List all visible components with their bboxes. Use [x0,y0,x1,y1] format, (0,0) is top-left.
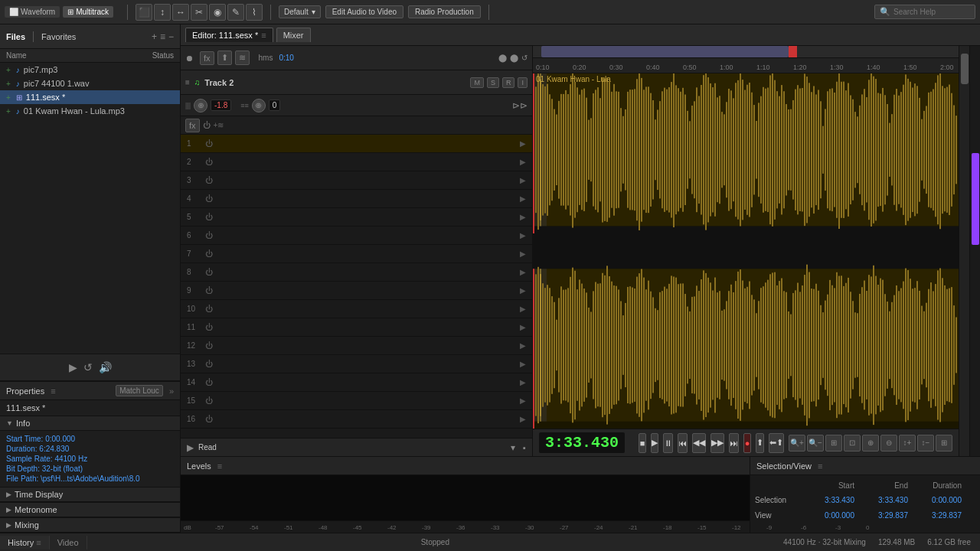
slot-power-icon[interactable]: ⏻ [205,323,213,331]
slot-power-icon[interactable]: ⏻ [205,378,213,386]
volume-icon[interactable]: 🔊 [99,361,112,373]
zoom-sel-tool[interactable]: ⊡ [844,435,861,452]
output-btn[interactable]: ⬆ [756,433,764,453]
view-end-val[interactable]: 3:29.837 [854,511,908,520]
settings-icon[interactable]: ≡ [160,31,165,42]
tool-btn-2[interactable]: ↕ [154,4,171,21]
add-file-icon[interactable]: + [152,31,157,42]
fx-btn[interactable]: fx [200,51,214,65]
tool-btn-4[interactable]: ✂ [191,4,207,21]
slot-power-icon[interactable]: ⏻ [205,213,213,221]
default-mode-select[interactable]: Default ▾ [279,5,321,18]
vertical-scrollbar[interactable] [959,46,969,456]
slot-power-icon[interactable]: ⏻ [205,360,213,368]
slot-expand-icon[interactable]: ▶ [520,176,526,184]
tab-favorites[interactable]: Favorites [41,32,76,41]
match-loud-btn[interactable]: Match Louc [116,385,163,396]
slot-expand-icon[interactable]: ▶ [520,213,526,221]
slot-expand-icon[interactable]: ▶ [520,360,526,368]
slot-expand-icon[interactable]: ▶ [520,139,526,148]
input-btn[interactable]: I [518,77,528,88]
zoom-full-tool[interactable]: ⊞ [936,435,952,452]
slot-expand-icon[interactable]: ▶ [520,323,526,331]
timeline-ruler[interactable]: 0:10 0:20 0:30 0:40 0:50 1:00 1:10 1:20 … [533,58,959,73]
minimize-icon[interactable]: − [168,31,174,42]
time-display-header[interactable]: ▶ Time Display [0,487,180,502]
info-header[interactable]: ▼ Info [0,416,180,431]
search-input[interactable] [893,8,970,16]
view-dur-val[interactable]: 3:29.837 [908,511,962,520]
tool-btn-3[interactable]: ↔ [172,4,189,21]
track-fx-btn[interactable]: fx [185,119,200,132]
zoom-h-out-tool[interactable]: ⊖ [880,435,897,452]
slot-power-icon[interactable]: ⏻ [205,194,213,203]
skip-start-btn[interactable]: ⏮ [678,433,688,453]
zoom-in-tool[interactable]: 🔍+ [789,435,805,452]
view-start-val[interactable]: 0:00.000 [801,511,854,520]
zoom-v-out-tool[interactable]: ↕− [917,435,934,452]
tab-video[interactable]: Video [50,536,87,549]
file-item[interactable]: + ♪ 01 Kwam Hwan - Lula.mp3 [0,104,180,118]
slot-expand-icon[interactable]: ▶ [520,231,526,240]
rewind-btn[interactable]: ◀◀ [692,433,706,453]
waveform-canvas[interactable]: 01 Kwam Hwan - Lula [533,73,959,429]
slot-expand-icon[interactable]: ▶ [520,396,526,405]
skip-end-btn[interactable]: ⏭ [729,433,739,453]
slot-expand-icon[interactable]: ▶ [520,378,526,386]
eq-btn[interactable]: ≋ [235,51,250,65]
pan-knob[interactable]: ◎ [252,99,266,112]
waveform-mode-btn[interactable]: ⬜ Waveform [5,6,60,18]
slot-power-icon[interactable]: ⏻ [205,249,213,258]
slot-expand-icon[interactable]: ▶ [520,415,526,423]
solo-btn[interactable]: S [487,77,499,88]
tool-btn-5[interactable]: ◉ [209,4,226,21]
stop-btn[interactable]: ■ [639,433,646,453]
scroll-thumb[interactable] [541,46,788,57]
slot-power-icon[interactable]: ⏻ [205,176,213,184]
tab-files[interactable]: Files [6,32,25,41]
volume-value[interactable]: -1.8 [211,99,231,111]
properties-header[interactable]: Properties ≡ Match Louc » [0,382,180,400]
timeline-scrollbar[interactable] [533,46,959,58]
pan-value[interactable]: 0 [269,99,281,111]
sel-start-val[interactable]: 3:33.430 [801,496,854,504]
slot-power-icon[interactable]: ⏻ [205,158,213,166]
volume-knob[interactable]: ◎ [194,99,207,112]
slot-power-icon[interactable]: ⏻ [205,341,213,350]
send-btn[interactable]: ⬆ [217,51,232,65]
mixing-header[interactable]: ▶ Mixing [0,517,180,533]
slot-power-icon[interactable]: ⏻ [205,139,213,148]
file-item[interactable]: + ♪ pic7 44100 1.wav [0,77,180,90]
zoom-out-tool[interactable]: 🔍− [807,435,824,452]
zoom-v-in-tool[interactable]: ↕+ [899,435,916,452]
read-expand-icon[interactable]: ▾ [511,442,515,453]
scrollbar-thumb[interactable] [961,54,969,84]
file-item[interactable]: + ♪ pic7.mp3 [0,63,180,77]
slot-expand-icon[interactable]: ▶ [520,249,526,258]
slot-expand-icon[interactable]: ▶ [520,194,526,203]
pause-btn[interactable]: ⏸ [663,433,673,453]
multitrack-mode-btn[interactable]: ⊞ Multitrack [63,6,113,18]
tab-mixer[interactable]: Mixer [276,28,311,42]
tool-btn-6[interactable]: ✎ [227,4,244,21]
sel-end-val[interactable]: 3:33.430 [854,496,908,504]
slot-power-icon[interactable]: ⏻ [205,231,213,240]
slot-expand-icon[interactable]: ▶ [520,341,526,350]
radio-production-btn[interactable]: Radio Production [408,5,481,18]
play-btn[interactable]: ▶ [651,433,658,453]
slot-power-icon[interactable]: ⏻ [205,415,213,423]
slot-power-icon[interactable]: ⏻ [205,286,213,295]
file-item-active[interactable]: + ⊞ 111.sesx * [0,90,180,104]
sel-dur-val[interactable]: 0:00.000 [908,496,962,504]
slot-power-icon[interactable]: ⏻ [205,396,213,405]
tab-editor[interactable]: Editor: 111.sesx * ≡ [185,28,273,42]
record-btn[interactable]: ● [743,433,751,453]
zoom-fit-tool[interactable]: ⊞ [825,435,842,452]
mute-btn[interactable]: M [470,77,484,88]
fast-fwd-btn[interactable]: ▶▶ [710,433,724,453]
tool-btn-7[interactable]: ⌇ [246,4,263,21]
zoom-h-in-tool[interactable]: ⊕ [862,435,879,452]
slot-power-icon[interactable]: ⏻ [205,305,213,313]
edit-audio-btn[interactable]: Edit Audio to Video [325,5,403,18]
slot-expand-icon[interactable]: ▶ [520,286,526,295]
